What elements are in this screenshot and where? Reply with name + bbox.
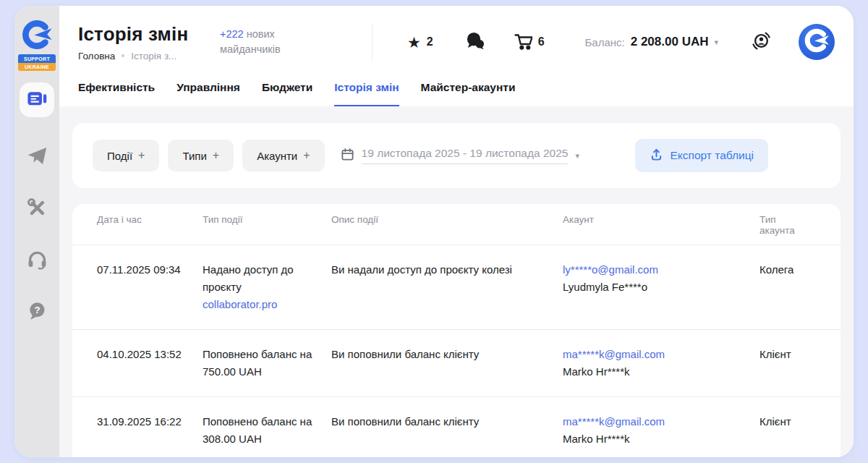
column-header-description: Опис події [331,204,563,245]
tab-management[interactable]: Управління [176,81,240,106]
new-platforms-count: +222 [220,28,244,40]
profile-avatar[interactable] [799,24,835,60]
account-email-link[interactable]: ma*****k@gmail.com [563,415,665,428]
balance-value: 2 208.00 UAH [631,35,709,49]
svg-text:?: ? [34,305,40,315]
sidebar-item-support[interactable] [27,249,48,273]
account-switch-icon [750,30,773,55]
history-table: Дата і час Тип події Опис події Акаунт Т… [72,204,841,457]
collaborator-logo-icon [20,19,54,54]
balance-dropdown[interactable]: Баланс: 2 208.00 UAH ▾ [585,35,719,49]
tab-budgets[interactable]: Бюджети [262,81,312,106]
filter-panel: Події + Типи + Акаунти + [72,123,841,188]
cart-button[interactable]: 6 [514,32,545,53]
cell-account: ly*****o@gmail.com Lyudmyla Fe****o [563,245,760,329]
cell-account-type: Клієнт [760,330,816,396]
filter-accounts-button[interactable]: Акаунти + [242,140,324,171]
tab-efficiency[interactable]: Ефективність [78,81,155,106]
breadcrumb-home[interactable]: Головна [78,51,115,61]
sidebar-item-help[interactable]: ? [27,301,47,324]
help-icon: ? [27,301,47,324]
cart-icon [514,32,532,53]
breadcrumb-current: Історія з... [131,51,176,61]
cell-description: Ви поповнили баланс клієнту [331,397,563,457]
topbar-divider [372,23,373,61]
title-block: Історія змін Головна Історія з... [78,23,220,61]
plus-icon: + [138,149,145,162]
event-project-link[interactable]: collaborator.pro [203,296,318,313]
export-table-button[interactable]: Експорт таблиці [635,139,769,172]
balance-label: Баланс: [585,36,625,48]
column-header-datetime: Дата і час [97,204,203,245]
cell-account-type: Клієнт [760,397,816,457]
tab-history[interactable]: Історія змін [334,81,399,106]
tools-icon [27,197,47,221]
app-window: SUPPORT UKRAINE [14,6,854,457]
table-row: 07.11.2025 09:34 Надано доступ до проєкт… [72,245,841,330]
sidebar-item-history[interactable] [20,82,54,117]
upload-icon [650,148,663,164]
cart-count: 6 [538,35,545,48]
sidebar-item-tools[interactable] [27,197,47,221]
table-row: 04.10.2025 13:52 Поповнено баланс на 750… [72,330,841,397]
paper-plane-icon [27,145,48,169]
sidebar-item-telegram[interactable] [27,145,48,169]
cell-event-type: Поповнено баланс на 308.00 UAH [203,397,331,457]
export-table-label: Експорт таблиці [671,149,754,162]
chevron-down-icon: ▾ [575,151,579,161]
cell-datetime: 04.10.2025 13:52 [97,330,203,396]
badge-ukraine-label: UKRAINE [18,63,56,72]
account-name: Lyudmyla Fe****o [563,279,746,296]
filter-types-label: Типи [182,150,206,162]
filter-types-button[interactable]: Типи + [168,140,234,171]
cell-datetime: 31.09.2025 16:22 [97,397,203,457]
account-name: Marko Hr****k [563,430,746,448]
tab-master-accounts[interactable]: Майстер-акаунти [421,81,516,106]
account-switch-button[interactable] [750,30,773,55]
cell-datetime: 07.11.2025 09:34 [97,245,203,329]
favorites-button[interactable]: ★ 2 [407,35,433,50]
column-header-account-type: Тип акаунта [760,204,816,245]
support-ukraine-badge: SUPPORT UKRAINE [18,54,56,71]
date-range-picker[interactable]: 19 листопада 2025 - 19 листопада 2025 ▾ [341,147,579,164]
cell-description: Ви надали доступ до проєкту колезі [331,245,563,329]
cell-event-type: Поповнено баланс на 750.00 UAH [203,330,331,396]
table-row: 31.09.2025 16:22 Поповнено баланс на 308… [72,397,841,457]
account-name: Marko Hr****k [563,363,746,381]
cell-account-type: Колега [760,245,816,329]
filter-accounts-label: Акаунти [257,150,297,162]
account-email-link[interactable]: ma*****k@gmail.com [563,348,665,360]
breadcrumb-separator [122,54,124,57]
topbar: Історія змін Головна Історія з... +222 н… [59,6,854,78]
cell-description: Ви поповнили баланс клієнту [331,330,563,396]
headphones-icon [27,249,48,273]
sidebar-nav: ? [20,82,54,324]
tab-bar: Ефективність Управління Бюджети Історія … [59,78,854,106]
calendar-icon [341,148,354,164]
chat-icon [465,31,485,53]
badge-support-label: SUPPORT [18,54,56,63]
messages-button[interactable] [465,31,485,53]
favorites-count: 2 [427,35,433,48]
app-logo[interactable]: SUPPORT UKRAINE [18,19,56,71]
cell-account: ma*****k@gmail.com Marko Hr****k [563,330,760,396]
content-area: Події + Типи + Акаунти + [59,106,854,457]
column-header-event-type: Тип події [203,204,331,245]
cell-event-type: Надано доступ до проєкту collaborator.pr… [203,245,331,329]
date-range-value: 19 листопада 2025 - 19 листопада 2025 [362,147,569,164]
cell-account: ma*****k@gmail.com Marko Hr****k [563,397,760,457]
main-area: Історія змін Головна Історія з... +222 н… [59,6,854,457]
page-title: Історія змін [78,23,220,46]
breadcrumb: Головна Історія з... [78,51,220,61]
star-icon: ★ [407,35,421,50]
column-header-account: Акаунт [563,204,760,245]
new-platforms-note: +222 нових майданчиків [220,27,305,57]
event-type-text: Надано доступ до проєкту [203,263,294,293]
table-header-row: Дата і час Тип події Опис події Акаунт Т… [72,204,841,245]
sidebar: SUPPORT UKRAINE [14,6,59,457]
account-email-link[interactable]: ly*****o@gmail.com [563,263,658,276]
filter-events-button[interactable]: Події + [93,140,159,171]
plus-icon: + [213,149,219,162]
plus-icon: + [303,149,310,162]
chevron-down-icon: ▾ [714,38,718,47]
